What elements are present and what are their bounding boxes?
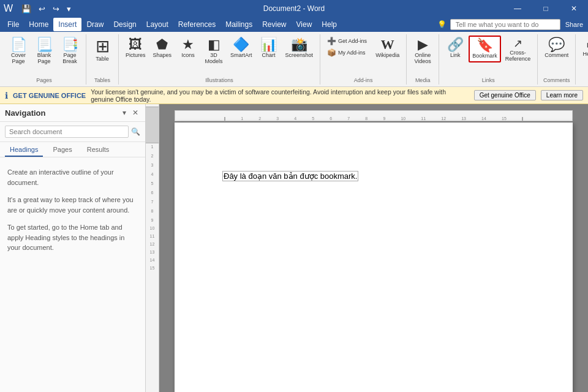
- get-addins-button[interactable]: ➕ Get Add-ins: [324, 36, 370, 47]
- search-button[interactable]: 🔍: [131, 127, 140, 136]
- media-buttons: ▶ OnlineVideos: [410, 36, 435, 67]
- ribbon-group-illustrations: 🖼 Pictures ⬟ Shapes ★ Icons ◧ 3DModels 🔷…: [119, 34, 320, 85]
- screenshot-button[interactable]: 📸 Screenshot: [282, 36, 317, 61]
- header-footer-buttons: ▭ Header ▬ Footer # PageNumber: [579, 36, 588, 65]
- blank-page-icon: 📃: [36, 38, 53, 51]
- links-buttons: 🔗 Link 🔖 Bookmark ↗ Cross-Reference: [443, 36, 533, 65]
- page-break-icon: 📑: [62, 38, 78, 51]
- nav-content-p1: Create an interactive outline of your do…: [7, 167, 138, 187]
- cross-reference-icon: ↗: [513, 38, 522, 49]
- chart-button[interactable]: 📊 Chart: [257, 36, 281, 61]
- window-controls: — □ ✕: [503, 0, 588, 17]
- my-addins-button[interactable]: 📦 My Add-ins: [324, 47, 370, 58]
- ribbon-group-addins: ➕ Get Add-ins 📦 My Add-ins W Wikipedia A…: [320, 34, 407, 85]
- cross-reference-button[interactable]: ↗ Cross-Reference: [502, 36, 534, 65]
- wikipedia-icon: W: [381, 38, 394, 51]
- tab-results[interactable]: Results: [82, 143, 115, 157]
- page-break-button[interactable]: 📑 PageBreak: [58, 36, 82, 67]
- menu-references[interactable]: References: [173, 18, 221, 31]
- cover-page-button[interactable]: 📄 CoverPage: [6, 36, 31, 67]
- get-genuine-button[interactable]: Get genuine Office: [474, 90, 536, 100]
- icons-button[interactable]: ★ Icons: [176, 36, 200, 61]
- menu-file[interactable]: File: [2, 18, 24, 31]
- share-button[interactable]: Share: [565, 21, 583, 28]
- document-title: Document2 - Word: [263, 4, 325, 13]
- link-icon: 🔗: [447, 38, 464, 51]
- pages-group-label: Pages: [36, 77, 52, 85]
- document-wrapper: 1 2 3 4 5 6 7 8 9 10 11 12 13 14 15: [146, 104, 588, 392]
- nav-menu-button[interactable]: ▾: [121, 108, 128, 118]
- document-page: Đây là đoạn văn bản được bookmark.: [175, 123, 573, 392]
- title-bar: W 💾 ↩ ↪ ▾ Document2 - Word — □ ✕: [0, 0, 588, 17]
- menu-draw[interactable]: Draw: [81, 18, 108, 31]
- search-input[interactable]: [5, 126, 129, 138]
- word-icon: W: [0, 3, 17, 14]
- menu-bar: File Home Insert Draw Design Layout Refe…: [0, 17, 588, 32]
- main-area: Navigation ▾ ✕ 🔍 Headings Pages Results …: [0, 104, 588, 392]
- online-videos-button[interactable]: ▶ OnlineVideos: [410, 36, 435, 67]
- ribbon-group-header-footer: ▭ Header ▬ Footer # PageNumber Header & …: [576, 34, 588, 85]
- menu-mailings[interactable]: Mailings: [221, 18, 257, 31]
- close-button[interactable]: ✕: [560, 0, 588, 17]
- addins-group-label: Add-ins: [354, 77, 373, 85]
- info-text: Your license isn't genuine, and you may …: [91, 88, 469, 103]
- customize-button[interactable]: ▾: [64, 3, 74, 15]
- comment-icon: 💬: [548, 38, 565, 51]
- illustrations-buttons: 🖼 Pictures ⬟ Shapes ★ Icons ◧ 3DModels 🔷…: [123, 36, 316, 67]
- minimize-button[interactable]: —: [503, 0, 532, 17]
- comments-group-label: Comments: [543, 77, 570, 85]
- 3d-models-button[interactable]: ◧ 3DModels: [202, 36, 226, 67]
- nav-header: Navigation ▾ ✕: [0, 104, 145, 122]
- table-button[interactable]: ⊞ Table: [90, 36, 115, 65]
- nav-content: Create an interactive outline of your do…: [0, 157, 145, 270]
- save-button[interactable]: 💾: [19, 3, 34, 15]
- maximize-button[interactable]: □: [532, 0, 560, 17]
- bookmark-button[interactable]: 🔖 Bookmark: [469, 36, 501, 62]
- comment-button[interactable]: 💬 Comment: [541, 36, 571, 61]
- info-icon: ℹ: [5, 91, 8, 100]
- learn-more-button[interactable]: Learn more: [541, 90, 583, 100]
- links-group-label: Links: [482, 77, 495, 85]
- document-scroll-area[interactable]: 12345 678910 1112131415 Đây là đoạn văn …: [159, 104, 588, 392]
- comments-buttons: 💬 Comment: [541, 36, 571, 61]
- tab-headings[interactable]: Headings: [5, 143, 43, 157]
- cover-page-icon: 📄: [10, 38, 27, 51]
- ribbon-group-tables: ⊞ Table Tables: [86, 34, 119, 85]
- menu-insert[interactable]: Insert: [53, 18, 81, 31]
- blank-page-button[interactable]: 📃 BlankPage: [32, 36, 56, 67]
- menu-design[interactable]: Design: [108, 18, 141, 31]
- pictures-button[interactable]: 🖼 Pictures: [123, 36, 149, 61]
- nav-header-icons: ▾ ✕: [121, 108, 140, 118]
- pages-buttons: 📄 CoverPage 📃 BlankPage 📑 PageBreak: [6, 36, 82, 67]
- nav-tabs: Headings Pages Results: [0, 142, 145, 157]
- info-bar: ℹ GET GENUINE OFFICE Your license isn't …: [0, 87, 588, 104]
- wikipedia-button[interactable]: W Wikipedia: [372, 36, 402, 61]
- tab-pages[interactable]: Pages: [48, 143, 77, 157]
- smartart-button[interactable]: 🔷 SmartArt: [227, 36, 255, 61]
- link-button[interactable]: 🔗 Link: [443, 36, 467, 61]
- nav-close-button[interactable]: ✕: [130, 108, 140, 118]
- chart-icon: 📊: [260, 38, 277, 51]
- addins-stack: ➕ Get Add-ins 📦 My Add-ins: [324, 36, 370, 58]
- ribbon-group-pages: 📄 CoverPage 📃 BlankPage 📑 PageBreak Page…: [2, 34, 86, 85]
- menu-help[interactable]: Help: [317, 18, 342, 31]
- page-content: Đây là đoạn văn bản được bookmark.: [224, 172, 524, 181]
- nav-content-p2: It's a great way to keep track of where …: [7, 195, 138, 215]
- shapes-button[interactable]: ⬟ Shapes: [150, 36, 175, 61]
- smartart-icon: 🔷: [233, 38, 249, 51]
- get-addins-icon: ➕: [327, 37, 336, 45]
- menu-home[interactable]: Home: [24, 18, 53, 31]
- lightbulb-icon: 💡: [437, 20, 447, 29]
- info-label: GET GENUINE OFFICE: [13, 92, 86, 99]
- header-button[interactable]: ▭ Header: [579, 36, 588, 60]
- ribbon-group-links: 🔗 Link 🔖 Bookmark ↗ Cross-Reference Link…: [439, 34, 538, 85]
- vertical-ruler: 1 2 3 4 5 6 7 8 9 10 11 12 13 14 15: [146, 104, 159, 392]
- bookmarked-text: Đây là đoạn văn bản được bookmark.: [224, 172, 357, 181]
- undo-button[interactable]: ↩: [36, 3, 48, 15]
- redo-button[interactable]: ↪: [50, 3, 62, 15]
- tell-me-input[interactable]: [450, 19, 560, 30]
- menu-review[interactable]: Review: [257, 18, 291, 31]
- menu-layout[interactable]: Layout: [141, 18, 173, 31]
- navigation-panel: Navigation ▾ ✕ 🔍 Headings Pages Results …: [0, 104, 146, 392]
- menu-view[interactable]: View: [292, 18, 317, 31]
